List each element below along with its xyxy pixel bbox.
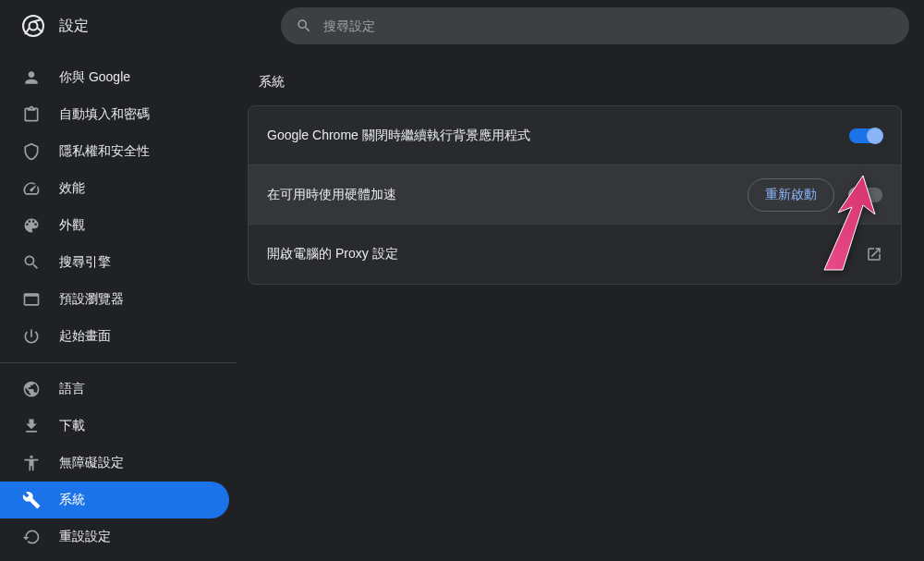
accessibility-icon (22, 454, 41, 472)
setting-label: Google Chrome 關閉時繼續執行背景應用程式 (267, 128, 530, 144)
sidebar-item-label: 預設瀏覽器 (59, 291, 124, 308)
browser-icon (22, 290, 41, 309)
sidebar-item-system[interactable]: 系統 (0, 482, 229, 518)
sidebar-item-downloads[interactable]: 下載 (0, 408, 229, 445)
sidebar-item-appearance[interactable]: 外觀 (0, 207, 229, 244)
sidebar-item-language[interactable]: 語言 (0, 371, 229, 408)
sidebar-item-autofill[interactable]: 自動填入和密碼 (0, 96, 229, 133)
toggle-hardware-accel[interactable] (849, 188, 882, 202)
reset-icon (22, 528, 41, 546)
section-title: 系統 (248, 74, 902, 91)
sidebar-item-label: 你與 Google (59, 69, 130, 86)
power-icon (22, 327, 41, 346)
page-title: 設定 (59, 17, 262, 36)
sidebar-item-you-and-google[interactable]: 你與 Google (0, 59, 229, 96)
download-icon (22, 417, 41, 435)
sidebar-item-startup[interactable]: 起始畫面 (0, 318, 229, 355)
sidebar-item-accessibility[interactable]: 無障礙設定 (0, 445, 229, 482)
palette-icon (22, 216, 41, 235)
main-content: 系統 Google Chrome 關閉時繼續執行背景應用程式 在可用時使用硬體加… (237, 52, 924, 561)
sidebar-item-privacy[interactable]: 隱私權和安全性 (0, 133, 229, 170)
search-icon (22, 253, 41, 272)
sidebar-item-reset[interactable]: 重設設定 (0, 518, 229, 555)
clipboard-icon (22, 105, 41, 124)
sidebar-divider (0, 362, 237, 363)
sidebar-item-label: 無障礙設定 (59, 455, 124, 471)
setting-label: 在可用時使用硬體加速 (267, 187, 396, 203)
svg-point-1 (30, 22, 38, 30)
sidebar-item-label: 外觀 (59, 217, 85, 234)
sidebar-item-label: 語言 (59, 381, 85, 397)
sidebar-item-label: 自動填入和密碼 (59, 106, 150, 123)
restart-button[interactable]: 重新啟動 (748, 178, 834, 212)
sidebar-item-label: 起始畫面 (59, 328, 111, 345)
globe-icon (22, 380, 41, 398)
search-box[interactable] (281, 7, 909, 44)
setting-label: 開啟電腦的 Proxy 設定 (267, 246, 398, 262)
setting-row-background-apps[interactable]: Google Chrome 關閉時繼續執行背景應用程式 (249, 106, 901, 165)
external-link-icon (866, 246, 882, 262)
sidebar-item-label: 效能 (59, 180, 85, 197)
speed-icon (22, 179, 41, 198)
search-icon (296, 18, 312, 34)
toggle-background-apps[interactable] (849, 128, 882, 143)
search-input[interactable] (323, 18, 894, 33)
shield-icon (22, 142, 41, 161)
sidebar-item-label: 重設設定 (59, 529, 111, 545)
sidebar-item-label: 系統 (59, 492, 85, 508)
sidebar: 你與 Google 自動填入和密碼 隱私權和安全性 效能 外觀 搜尋引擎 預設瀏… (0, 52, 237, 561)
chrome-logo-icon (22, 15, 44, 37)
sidebar-item-label: 下載 (59, 418, 85, 434)
settings-card: Google Chrome 關閉時繼續執行背景應用程式 在可用時使用硬體加速 重… (248, 105, 902, 285)
sidebar-item-label: 隱私權和安全性 (59, 143, 150, 160)
setting-row-proxy[interactable]: 開啟電腦的 Proxy 設定 (249, 225, 901, 284)
wrench-icon (22, 491, 41, 509)
sidebar-item-search-engine[interactable]: 搜尋引擎 (0, 244, 229, 281)
sidebar-item-default-browser[interactable]: 預設瀏覽器 (0, 281, 229, 318)
sidebar-item-performance[interactable]: 效能 (0, 170, 229, 207)
person-icon (22, 68, 41, 87)
setting-row-hardware-accel[interactable]: 在可用時使用硬體加速 重新啟動 (249, 165, 901, 225)
sidebar-item-label: 搜尋引擎 (59, 254, 111, 271)
